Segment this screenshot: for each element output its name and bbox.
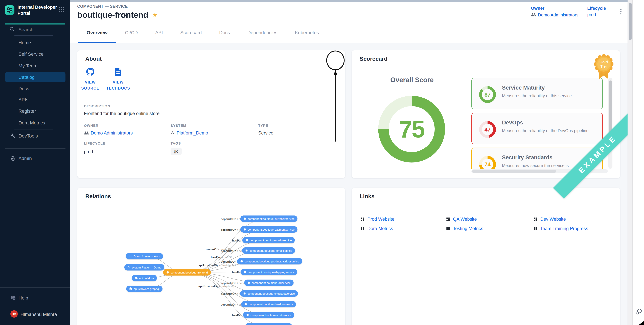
github-icon — [86, 68, 94, 76]
sidebar-search[interactable]: Search — [0, 26, 70, 33]
metric-description: Measures the reliability of the DevOps p… — [502, 128, 588, 133]
owner-link[interactable]: Demo Administrators — [538, 12, 578, 17]
metric-name: Service Maturity — [502, 84, 545, 91]
lifecycle-field-label: LIFECYCLE — [84, 141, 106, 145]
users-icon — [84, 130, 89, 135]
gold-tier-badge: Gold Tier — [594, 54, 614, 80]
view-source-button[interactable]: VIEW SOURCE — [77, 68, 104, 91]
metric-tile-service-maturity[interactable]: 87 Service Maturity Measures the reliabi… — [472, 78, 603, 109]
scorecard-card: Scorecard Gold Tier — [352, 50, 620, 178]
graph-node[interactable]: Demo Administrators — [126, 253, 163, 260]
sidebar: Internal Developer Portal Search Home Se… — [0, 0, 70, 325]
apps-grid-icon[interactable] — [59, 7, 64, 13]
graph-node[interactable]: component:boutique-frontend — [163, 269, 211, 276]
link-dev-website[interactable]: Dev Website — [533, 217, 588, 222]
metrics-scrollbar-vertical[interactable] — [608, 78, 612, 169]
link-team-training-progress[interactable]: Team Training Progress — [533, 226, 588, 231]
graph-node[interactable]: component:boutique-cartservice — [243, 312, 294, 318]
tab-kubernetes[interactable]: Kubernetes — [286, 22, 328, 43]
type-field-label: TYPE — [258, 123, 268, 127]
user-avatar[interactable]: HM — [10, 310, 18, 318]
sidebar-item-self-service[interactable]: Self Service — [0, 49, 70, 59]
sidebar-item-apis[interactable]: APIs — [0, 95, 70, 105]
description-label: DESCRIPTION — [84, 104, 110, 108]
sidebar-item-dora-metrics[interactable]: Dora Metrics — [0, 118, 70, 128]
tab-dependencies[interactable]: Dependencies — [238, 22, 286, 43]
tab-scorecard[interactable]: Scorecard — [172, 22, 210, 43]
graph-node[interactable]: component:boutique-adservice — [244, 280, 294, 286]
sidebar-item-help[interactable]: ? Help — [0, 293, 70, 303]
annotation-circle — [327, 51, 344, 70]
chat-bubbles-icon[interactable] — [635, 308, 643, 315]
dashboard-icon — [533, 217, 538, 221]
tab-overview[interactable]: Overview — [78, 22, 116, 43]
scrollbar-thumb[interactable] — [629, 3, 632, 40]
graph-node[interactable]: component:boutique-shippingservice — [240, 269, 298, 275]
link-dora-metrics[interactable]: Dora Metrics — [360, 226, 446, 231]
help-chat-icon: ? — [10, 295, 16, 301]
sidebar-item-my-team[interactable]: My Team — [0, 61, 70, 71]
tab-cicd[interactable]: CI/CD — [116, 22, 146, 43]
sidebar-item-admin[interactable]: Admin — [0, 153, 70, 163]
right-gutter — [632, 0, 644, 325]
page-title: boutique-frontend — [77, 10, 148, 20]
tab-api[interactable]: API — [146, 22, 172, 43]
system-field-value[interactable]: Platform_Demo — [170, 130, 208, 135]
graph-node[interactable]: component:boutique-checkoutservice — [240, 290, 298, 297]
sidebar-accent-rule — [5, 23, 65, 24]
tab-docs[interactable]: Docs — [210, 22, 239, 43]
graph-node[interactable]: api:starwars-graphql — [126, 286, 162, 292]
more-menu-icon[interactable] — [618, 7, 624, 16]
sidebar-item-catalog[interactable]: Catalog — [5, 72, 66, 82]
graph-node[interactable]: component:boutique-loadgenerator — [241, 301, 296, 308]
wrench-icon — [10, 133, 16, 138]
link-testing-metrics[interactable]: Testing Metrics — [446, 226, 533, 231]
view-techdocs-button[interactable]: VIEW TECHDOCS — [105, 68, 131, 91]
graph-node[interactable]: component:boutique-currencyservice — [240, 216, 298, 222]
link-qa-website[interactable]: QA Website — [446, 217, 533, 222]
header-owner: Owner Demo Administrators — [531, 6, 578, 17]
relations-graph: ownerOf / ownedByhasPart / partOfapiProv… — [77, 188, 345, 325]
sidebar-item-docs[interactable]: Docs — [0, 83, 70, 94]
page-scrollbar[interactable] — [628, 0, 632, 325]
metric-description: Measures how secure the service is — [502, 163, 568, 168]
graph-node[interactable] — [245, 323, 292, 325]
links-card-title: Links — [360, 193, 374, 200]
owner-label: Owner — [531, 6, 578, 11]
graph-node[interactable]: component:boutique-emailservice — [242, 247, 295, 254]
dashboard-icon — [533, 226, 538, 231]
divider — [14, 35, 53, 35]
metric-tile-devops[interactable]: 47 DevOps Measures the reliability of th… — [472, 113, 603, 144]
search-input[interactable]: Search — [18, 27, 34, 32]
relations-edges: ownerOf / ownedByhasPart / partOfapiProv… — [77, 188, 345, 325]
lifecycle-label: Lifecycle — [587, 6, 606, 11]
graph-node[interactable]: component:boutique-redisservice — [242, 237, 295, 243]
lifecycle-field-value: prod — [84, 149, 93, 154]
tag-chip[interactable]: go — [170, 148, 182, 155]
user-name[interactable]: Himanshu Mishra — [20, 312, 57, 317]
graph-node[interactable]: component:boutique-paymentservice — [240, 226, 298, 233]
owner-field-value[interactable]: Demo Administrators — [84, 130, 133, 135]
edge-label: hasPart / partOf — [211, 256, 232, 259]
graph-node[interactable]: system:Platform_Demo — [124, 264, 164, 271]
graph-node[interactable]: component:boutique-productcatalogservice — [237, 258, 302, 265]
overall-score-gauge: 75 — [376, 94, 447, 165]
lifecycle-value: prod — [587, 12, 596, 17]
favorite-star-icon[interactable]: ★ — [152, 12, 158, 18]
graph-node[interactable]: api:petstore — [132, 275, 157, 281]
links-card: Links Prod Website QA Website Dev Websit… — [352, 188, 620, 325]
metric-value: 47 — [478, 120, 496, 139]
sidebar-item-register[interactable]: Register — [0, 106, 70, 116]
description-value: Frontend for the boutique online store — [84, 111, 160, 116]
brand: Internal Developer Portal — [0, 0, 70, 20]
system-field-label: SYSTEM — [170, 123, 186, 127]
sidebar-item-home[interactable]: Home — [0, 37, 70, 48]
about-card-title: About — [85, 56, 102, 62]
svg-text:Tier: Tier — [600, 64, 607, 68]
metrics-list: 87 Service Maturity Measures the reliabi… — [472, 78, 603, 169]
overall-score-label: Overall Score — [376, 76, 448, 84]
links-grid: Prod Website QA Website Dev Website Dora… — [360, 217, 588, 231]
link-prod-website[interactable]: Prod Website — [360, 217, 446, 222]
svg-text:?: ? — [12, 296, 14, 299]
sidebar-item-devtools[interactable]: DevTools — [0, 131, 70, 141]
